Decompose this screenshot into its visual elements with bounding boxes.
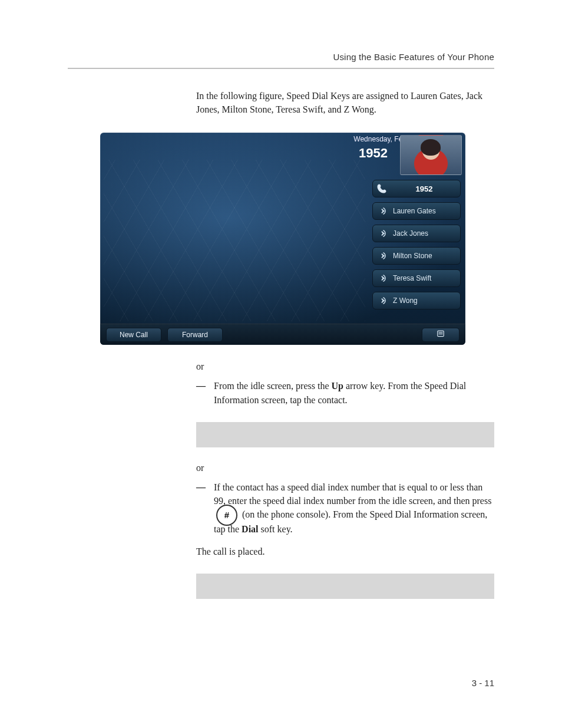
line-key-label: Lauren Gates [393,207,455,215]
body-column: In the following figure, Speed Dial Keys… [196,89,494,116]
avatar [400,135,462,175]
pound-key-icon: # [216,505,237,526]
dash-icon: — [196,379,206,406]
page-number: 3 - 11 [472,678,494,688]
text-strong: Up [332,381,343,391]
phone-figure: Wednesday, February 4 1:30 PM 1952 1952 … [100,133,465,345]
speed-dial-icon [375,205,388,218]
speed-dial-key[interactable]: Jack Jones [372,225,461,242]
wallpaper-pattern [104,160,365,321]
text-run: From the idle screen, press the [214,381,332,391]
bullet-item: — If the contact has a speed dial index … [196,480,494,536]
closing-paragraph: The call is placed. [196,545,494,558]
running-header: Using the Basic Features of Your Phone [68,52,494,62]
line-key-label: Z Wong [393,297,455,305]
or-separator: or [196,463,494,473]
line-key-label: 1952 [393,185,455,193]
speed-dial-key[interactable]: Lauren Gates [372,202,461,220]
note-placeholder [196,574,494,599]
new-call-softkey[interactable]: New Call [106,328,161,342]
speed-dial-icon [375,272,388,285]
line-key-label: Milton Stone [393,252,455,260]
text-run: If the contact has a speed dial index nu… [214,482,491,506]
note-placeholder [196,422,494,447]
header-rule [68,68,494,69]
line-key-extension[interactable]: 1952 [372,180,461,197]
line-key-label: Jack Jones [393,229,455,238]
menu-icon [435,330,446,340]
speed-dial-key[interactable]: Milton Stone [372,247,461,265]
handset-icon [375,182,388,195]
bullet-item: — From the idle screen, press the Up arr… [196,379,494,406]
svg-text:#: # [224,510,230,520]
text-strong: Dial [242,524,258,534]
applications-softkey[interactable] [422,328,459,342]
speed-dial-key[interactable]: Teresa Swift [372,269,461,287]
speed-dial-icon [375,227,388,240]
phone-extension: 1952 [359,146,388,161]
line-key-column: 1952 Lauren Gates Jack Jones [372,180,461,309]
bullet-text: If the contact has a speed dial index nu… [214,480,494,536]
softkey-bar: New Call Forward [100,324,465,345]
or-separator: or [196,361,494,372]
dash-icon: — [196,480,206,536]
document-page: Using the Basic Features of Your Phone I… [0,0,562,728]
intro-paragraph: In the following figure, Speed Dial Keys… [196,89,494,116]
bullet-text: From the idle screen, press the Up arrow… [214,379,494,406]
phone-screen: Wednesday, February 4 1:30 PM 1952 1952 … [100,133,465,345]
forward-softkey[interactable]: Forward [167,328,223,342]
speed-dial-key[interactable]: Z Wong [372,292,461,309]
body-column-cont: or — From the idle screen, press the Up … [196,361,494,598]
text-run: soft key. [259,524,293,534]
speed-dial-icon [375,294,388,307]
speed-dial-icon [375,249,388,262]
line-key-label: Teresa Swift [393,274,455,282]
